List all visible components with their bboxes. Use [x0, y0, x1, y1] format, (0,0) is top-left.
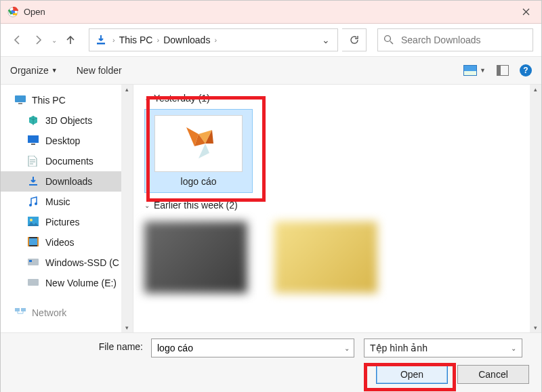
chevron-down-icon: ⌄ — [144, 95, 150, 102]
titlebar: Open — [1, 1, 541, 24]
tree-videos[interactable]: Videos — [1, 232, 133, 253]
svg-point-12 — [30, 219, 33, 221]
sidebar-scrollbar[interactable]: ▴▾ — [121, 85, 133, 332]
up-button[interactable] — [62, 31, 79, 49]
group-header-yesterday[interactable]: ⌄ Yesterday (1) — [144, 93, 530, 104]
address-dropdown[interactable]: ⌄ — [317, 35, 335, 45]
tree-network[interactable]: Network — [1, 303, 133, 323]
tree-documents[interactable]: Documents — [1, 151, 133, 171]
svg-rect-7 — [31, 144, 35, 145]
content-scrollbar[interactable]: ▴▾ — [530, 85, 541, 332]
organize-menu[interactable]: Organize ▼ — [10, 65, 58, 76]
tree-label: 3D Objects — [45, 115, 92, 126]
drive-icon — [28, 278, 40, 288]
filename-label: File name: — [86, 341, 143, 352]
toolbar: Organize ▼ New folder ▼ ? — [1, 56, 541, 85]
organize-label: Organize — [10, 65, 49, 76]
svg-point-10 — [35, 202, 37, 205]
tree-windows-ssd[interactable]: Windows-SSD (C — [1, 253, 133, 273]
chevron-down-icon: ⌄ — [144, 202, 150, 209]
chevron-down-icon[interactable]: ⌄ — [344, 345, 350, 352]
cancel-button[interactable]: Cancel — [457, 365, 529, 384]
tree-label: This PC — [32, 95, 66, 106]
file-item-blurred[interactable] — [274, 221, 377, 293]
close-button[interactable] — [510, 1, 541, 24]
tree-label: New Volume (E:) — [45, 278, 117, 288]
tree-desktop[interactable]: Desktop — [1, 131, 133, 151]
file-label: logo cáo — [181, 176, 217, 187]
cube-icon — [28, 115, 40, 126]
file-item-logo-cao[interactable]: logo cáo — [144, 109, 253, 193]
document-icon — [28, 156, 40, 167]
file-item-blurred[interactable] — [144, 221, 247, 293]
filetype-value: Tệp hình ảnh — [370, 343, 428, 353]
search-box[interactable] — [377, 28, 533, 51]
chevron-right-icon: › — [213, 36, 218, 44]
svg-rect-6 — [28, 135, 39, 143]
new-folder-button[interactable]: New folder — [77, 65, 122, 76]
open-file-dialog: Open ⌄ › This PC › Downloads › ⌄ — [0, 0, 542, 392]
crumb-this-pc[interactable]: This PC — [117, 35, 156, 45]
svg-rect-5 — [18, 103, 22, 104]
svg-rect-21 — [21, 308, 26, 311]
file-list: ⌄ Yesterday (1) logo cáo ⌄ — [133, 85, 541, 332]
fox-icon — [178, 123, 219, 164]
search-input[interactable] — [400, 34, 527, 46]
drive-icon — [28, 257, 40, 268]
chevron-right-icon: › — [155, 36, 161, 44]
svg-rect-4 — [15, 95, 26, 102]
forward-button[interactable] — [29, 31, 47, 49]
tree-pictures[interactable]: Pictures — [1, 212, 133, 232]
sidebar-tree: This PC 3D Objects Desktop Documents Dow… — [1, 85, 133, 332]
svg-point-3 — [385, 36, 391, 42]
tree-new-volume[interactable]: New Volume (E:) — [1, 273, 133, 293]
tree-label: Downloads — [45, 176, 92, 187]
crumb-downloads[interactable]: Downloads — [161, 35, 213, 45]
nav-row: ⌄ › This PC › Downloads › ⌄ — [1, 24, 541, 56]
nav-arrows: ⌄ — [9, 31, 79, 49]
download-icon — [28, 176, 40, 187]
refresh-button[interactable] — [342, 28, 367, 51]
tree-label: Music — [45, 196, 70, 207]
recent-dropdown[interactable]: ⌄ — [49, 31, 59, 49]
desktop-icon — [28, 135, 40, 146]
chevron-right-icon: › — [111, 36, 117, 44]
address-bar[interactable]: › This PC › Downloads › ⌄ — [89, 28, 338, 51]
tree-label: Pictures — [45, 217, 80, 227]
svg-rect-18 — [29, 260, 32, 262]
svg-rect-20 — [15, 308, 20, 311]
tree-music[interactable]: Music — [1, 192, 133, 212]
chevron-down-icon: ▼ — [51, 67, 58, 74]
preview-pane-button[interactable] — [497, 65, 509, 76]
svg-rect-2 — [97, 43, 105, 45]
group-label: Earlier this week (2) — [154, 200, 238, 211]
view-mode-button[interactable]: ▼ — [463, 65, 486, 76]
chrome-icon — [7, 7, 18, 18]
group-header-earlier[interactable]: ⌄ Earlier this week (2) — [144, 200, 530, 211]
tree-label: Documents — [45, 156, 93, 167]
tree-label: Network — [32, 307, 66, 318]
open-button[interactable]: Open — [376, 365, 448, 384]
window-title: Open — [24, 7, 45, 17]
svg-rect-14 — [29, 238, 37, 245]
monitor-icon — [14, 95, 26, 106]
search-icon — [383, 35, 394, 45]
svg-rect-8 — [29, 184, 37, 186]
filetype-select[interactable]: Tệp hình ảnh ⌄ — [364, 339, 522, 357]
tree-label: Desktop — [45, 135, 80, 146]
download-folder-icon — [95, 34, 107, 46]
help-icon[interactable]: ? — [520, 64, 532, 77]
filename-input-wrap[interactable]: ⌄ — [151, 339, 354, 357]
dialog-body: This PC 3D Objects Desktop Documents Dow… — [1, 85, 541, 332]
music-icon — [28, 196, 40, 207]
tree-downloads[interactable]: Downloads — [1, 171, 133, 192]
network-icon — [14, 307, 26, 318]
svg-point-9 — [29, 204, 32, 206]
tree-3d-objects[interactable]: 3D Objects — [1, 110, 133, 131]
back-button[interactable] — [9, 31, 26, 49]
dialog-footer: File name: ⌄ Tệp hình ảnh ⌄ Open Cancel — [1, 332, 541, 392]
svg-rect-15 — [28, 237, 29, 246]
tree-label: Windows-SSD (C — [45, 257, 119, 268]
tree-this-pc[interactable]: This PC — [1, 90, 133, 110]
filename-input[interactable] — [156, 342, 344, 354]
